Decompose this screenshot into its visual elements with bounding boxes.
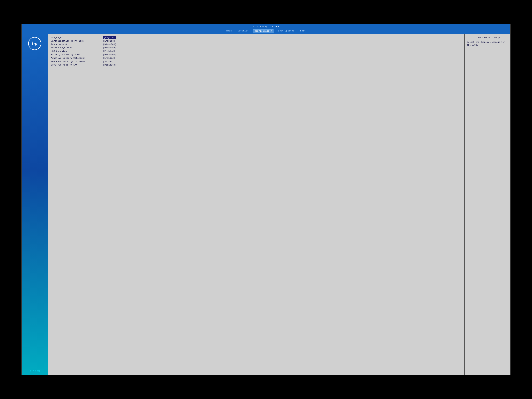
config-value[interactable]: [30 sec] [103,60,114,63]
hp-logo-text: hp [32,40,38,46]
config-value[interactable]: [Enabled] [103,57,115,59]
help-panel: Item Specific Help Select the display la… [465,34,510,375]
sidebar: hp F1 = Help [22,34,48,375]
config-row[interactable]: Battery Remaining Time[Disabled] [51,53,461,56]
help-text: Select the display language for the BIOS… [467,41,508,47]
nav-item-configuration[interactable]: Configuration [253,29,273,33]
config-label: USB Charging [51,50,103,52]
nav-item-boot-options[interactable]: Boot Options [277,29,296,33]
config-label: Virtualization Technology [51,40,103,42]
config-value[interactable]: [Disabled] [103,53,116,56]
config-row[interactable]: Language[English] [51,36,461,39]
config-label: Keyboard Backlight Timeout [51,60,103,63]
nav-row: MainSecurityConfigurationBoot OptionsExi… [22,29,511,34]
config-row[interactable]: USB Charging[Enabled] [51,50,461,52]
f1-help-label: F1 = Help [29,370,41,372]
config-value[interactable]: [Enabled] [103,50,115,52]
config-panel: Language[English]Virtualization Technolo… [48,34,465,375]
config-label: Battery Remaining Time [51,53,103,56]
nav-item-exit[interactable]: Exit [299,29,307,33]
config-value[interactable]: [Disabled] [103,64,116,66]
config-value[interactable]: [English] [103,36,116,39]
config-row[interactable]: Fan Always On[Disabled] [51,43,461,46]
config-row[interactable]: Virtualization Technology[Enabled] [51,40,461,42]
config-label: Action Keys Mode [51,47,103,49]
config-row[interactable]: Adaptive Battery Optimizer[Enabled] [51,57,461,59]
main-content: hp F1 = Help Language[English]Virtualiza… [22,34,511,375]
hp-logo: hp [28,37,41,50]
config-label: S3/S4/S5 Wake on LAN [51,64,103,66]
bios-title: BIOS Setup Utility [22,25,511,29]
bios-screen: BIOS Setup Utility MainSecurityConfigura… [21,24,511,375]
help-title: Item Specific Help [467,36,508,39]
config-label: Language [51,36,103,39]
config-value[interactable]: [Enabled] [103,40,115,42]
nav-item-main[interactable]: Main [225,29,233,33]
config-row[interactable]: S3/S4/S5 Wake on LAN[Disabled] [51,64,461,66]
config-label: Adaptive Battery Optimizer [51,57,103,59]
config-row[interactable]: Keyboard Backlight Timeout[30 sec] [51,60,461,63]
config-label: Fan Always On [51,43,103,46]
top-bar: BIOS Setup Utility MainSecurityConfigura… [22,24,511,34]
config-row[interactable]: Action Keys Mode[Disabled] [51,47,461,49]
nav-item-security[interactable]: Security [236,29,250,33]
config-value[interactable]: [Disabled] [103,47,116,49]
config-value[interactable]: [Disabled] [103,43,116,46]
